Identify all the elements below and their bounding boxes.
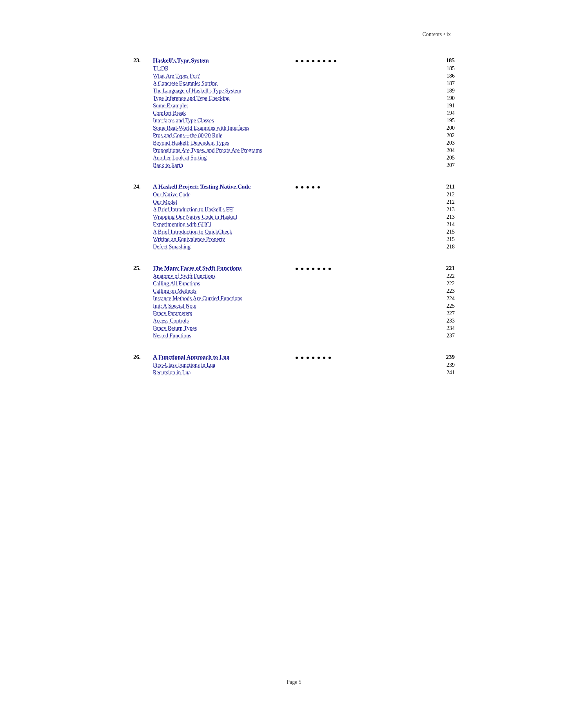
section-row-1: Our Model212 bbox=[133, 199, 455, 205]
chapter-1: 24.A Haskell Project: Testing Native Cod… bbox=[133, 183, 455, 250]
section-title[interactable]: Recursion in Lua bbox=[153, 370, 435, 376]
section-title[interactable]: Some Real-World Examples with Interfaces bbox=[153, 125, 435, 131]
section-page-number: 234 bbox=[435, 325, 455, 332]
section-title[interactable]: A Brief Introduction to QuickCheck bbox=[153, 229, 435, 235]
dot-icon bbox=[318, 186, 320, 188]
section-title[interactable]: Fancy Return Types bbox=[153, 325, 435, 332]
section-page-number: 189 bbox=[435, 88, 455, 94]
section-title[interactable]: A Concrete Example: Sorting bbox=[153, 80, 435, 87]
dot-icon bbox=[301, 357, 303, 359]
dot-icon bbox=[307, 268, 309, 270]
section-page-number: 227 bbox=[435, 310, 455, 317]
section-row-6: Writing an Equivalence Property215 bbox=[133, 236, 455, 243]
dot-icon bbox=[318, 268, 320, 270]
chapter-dots bbox=[291, 183, 435, 190]
section-title[interactable]: Anatomy of Swift Functions bbox=[153, 273, 435, 279]
section-page-number: 222 bbox=[435, 281, 455, 287]
section-row-4: Type Inference and Type Checking190 bbox=[133, 95, 455, 101]
section-title[interactable]: Another Look at Sorting bbox=[153, 155, 435, 161]
section-title[interactable]: Our Model bbox=[153, 199, 435, 205]
dot-icon bbox=[323, 60, 325, 62]
section-page-number: 224 bbox=[435, 295, 455, 302]
section-row-2: A Brief Introduction to Haskell's FFI213 bbox=[133, 207, 455, 213]
section-row-6: Access Controls233 bbox=[133, 318, 455, 324]
section-title[interactable]: Nested Functions bbox=[153, 333, 435, 339]
section-title[interactable]: Wrapping Our Native Code in Haskell bbox=[153, 214, 435, 220]
chapter-2: 25.The Many Faces of Swift Functions221A… bbox=[133, 265, 455, 339]
section-title[interactable]: Comfort Break bbox=[153, 110, 435, 116]
dot-icon bbox=[328, 268, 331, 270]
section-title[interactable]: Propositions Are Types, and Proofs Are P… bbox=[153, 147, 435, 154]
dot-icon bbox=[312, 186, 314, 188]
dot-icon bbox=[318, 357, 320, 359]
chapter-dots bbox=[291, 354, 435, 361]
dot-icon bbox=[296, 60, 298, 62]
section-title[interactable]: TL;DR bbox=[153, 65, 435, 72]
section-row-1: Recursion in Lua241 bbox=[133, 370, 455, 376]
chapter-title[interactable]: A Functional Approach to Lua bbox=[153, 354, 291, 361]
chapter-title[interactable]: The Many Faces of Swift Functions bbox=[153, 265, 291, 272]
section-title[interactable]: Calling All Functions bbox=[153, 281, 435, 287]
chapter-number: 24. bbox=[133, 183, 153, 190]
dot-icon bbox=[296, 186, 298, 188]
section-row-0: Our Native Code212 bbox=[133, 192, 455, 198]
dot-icon bbox=[318, 60, 320, 62]
section-title[interactable]: Back to Earth bbox=[153, 162, 435, 169]
section-page-number: 237 bbox=[435, 333, 455, 339]
section-title[interactable]: Beyond Haskell: Dependent Types bbox=[153, 140, 435, 146]
section-title[interactable]: Interfaces and Type Classes bbox=[153, 118, 435, 124]
chapter-page-number: 221 bbox=[435, 265, 455, 272]
section-row-6: Comfort Break194 bbox=[133, 110, 455, 116]
section-title[interactable]: Some Examples bbox=[153, 103, 435, 109]
section-row-5: Fancy Parameters227 bbox=[133, 310, 455, 317]
section-title[interactable]: Defect Smashing bbox=[153, 244, 435, 250]
section-page-number: 191 bbox=[435, 103, 455, 109]
dot-icon bbox=[328, 60, 331, 62]
section-page-number: 233 bbox=[435, 318, 455, 324]
section-title[interactable]: Experimenting with GHCi bbox=[153, 221, 435, 228]
chapter-row-3: 26.A Functional Approach to Lua239 bbox=[133, 354, 455, 361]
section-page-number: 225 bbox=[435, 303, 455, 309]
page-footer: Page 5 bbox=[0, 679, 588, 685]
section-title[interactable]: Init: A Special Note bbox=[153, 303, 435, 309]
section-title[interactable]: Pros and Cons—the 80/20 Rule bbox=[153, 132, 435, 139]
section-title[interactable]: The Language of Haskell's Type System bbox=[153, 88, 435, 94]
section-page-number: 214 bbox=[435, 221, 455, 228]
dot-icon bbox=[301, 268, 303, 270]
section-title[interactable]: Our Native Code bbox=[153, 192, 435, 198]
section-page-number: 207 bbox=[435, 162, 455, 169]
section-row-11: Propositions Are Types, and Proofs Are P… bbox=[133, 147, 455, 154]
chapter-page-number: 211 bbox=[435, 183, 455, 190]
section-title[interactable]: First-Class Functions in Lua bbox=[153, 362, 435, 368]
section-page-number: 213 bbox=[435, 214, 455, 220]
dot-icon bbox=[307, 60, 309, 62]
section-title[interactable]: Writing an Equivalence Property bbox=[153, 236, 435, 243]
dot-icon bbox=[323, 268, 325, 270]
section-page-number: 200 bbox=[435, 125, 455, 131]
section-row-3: Instance Methods Are Curried Functions22… bbox=[133, 295, 455, 302]
section-page-number: 186 bbox=[435, 73, 455, 79]
section-title[interactable]: What Are Types For? bbox=[153, 73, 435, 79]
chapter-row-1: 24.A Haskell Project: Testing Native Cod… bbox=[133, 183, 455, 190]
section-title[interactable]: Calling on Methods bbox=[153, 288, 435, 294]
dot-icon bbox=[312, 268, 314, 270]
dot-icon bbox=[301, 60, 303, 62]
section-row-0: TL;DR185 bbox=[133, 65, 455, 72]
chapter-title[interactable]: Haskell's Type System bbox=[153, 57, 291, 64]
section-row-0: Anatomy of Swift Functions222 bbox=[133, 273, 455, 279]
section-title[interactable]: Access Controls bbox=[153, 318, 435, 324]
section-page-number: 202 bbox=[435, 132, 455, 139]
section-row-2: Calling on Methods223 bbox=[133, 288, 455, 294]
section-title[interactable]: Fancy Parameters bbox=[153, 310, 435, 317]
section-page-number: 215 bbox=[435, 229, 455, 235]
dot-icon bbox=[301, 186, 303, 188]
section-row-7: Interfaces and Type Classes195 bbox=[133, 118, 455, 124]
section-page-number: 187 bbox=[435, 80, 455, 87]
section-title[interactable]: A Brief Introduction to Haskell's FFI bbox=[153, 207, 435, 213]
section-row-3: The Language of Haskell's Type System189 bbox=[133, 88, 455, 94]
section-title[interactable]: Instance Methods Are Curried Functions bbox=[153, 295, 435, 302]
chapter-title[interactable]: A Haskell Project: Testing Native Code bbox=[153, 183, 291, 190]
section-title[interactable]: Type Inference and Type Checking bbox=[153, 95, 435, 101]
section-page-number: 239 bbox=[435, 362, 455, 368]
section-row-4: Init: A Special Note225 bbox=[133, 303, 455, 309]
